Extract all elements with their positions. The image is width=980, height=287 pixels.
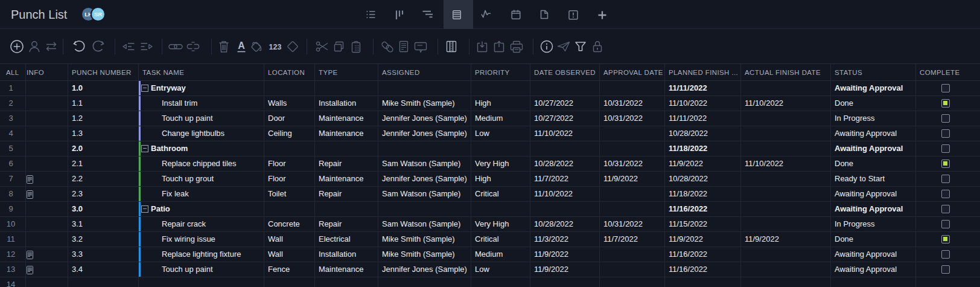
svg-text:123: 123 (269, 43, 282, 51)
svg-text:A: A (238, 40, 245, 51)
